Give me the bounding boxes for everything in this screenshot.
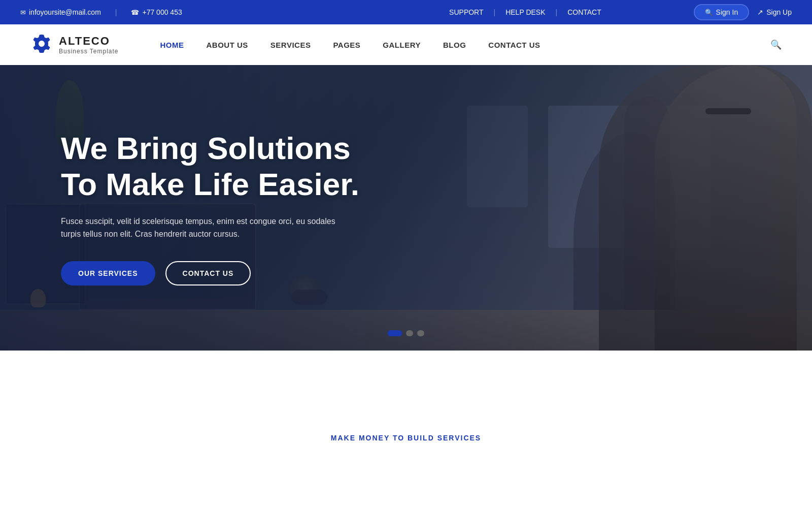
hero-buttons: OUR SERVICES CONTACT US (61, 261, 751, 285)
nav-contact-us[interactable]: CONTACT US (477, 41, 551, 49)
sign-in-button[interactable]: 🔍 Sign In (694, 4, 750, 20)
nav-services[interactable]: SERVICES (259, 41, 322, 49)
hero-slider-dots (388, 330, 424, 336)
signup-label: Sign Up (766, 8, 792, 16)
signup-icon: ↗ (757, 8, 763, 16)
topbar-nav-contact[interactable]: CONTACT (557, 8, 612, 16)
email-contact: ✉ infoyoursite@mail.com (20, 8, 101, 16)
logo-text: ALTECO Business Template (59, 35, 119, 55)
nav-gallery[interactable]: GALLERY (371, 41, 432, 49)
nav-about[interactable]: ABOUT US (195, 41, 259, 49)
top-bar: ✉ infoyoursite@mail.com | ☎ +77 000 453 … (0, 0, 812, 24)
slider-dot-3[interactable] (417, 330, 424, 336)
hero-description: Fusce suscipit, velit id scelerisque tem… (61, 215, 345, 241)
hero-title: We Bring Solutions To Make Life Easier. (61, 130, 376, 203)
nav-pages[interactable]: PAGES (322, 41, 371, 49)
sign-up-button[interactable]: ↗ Sign Up (757, 8, 792, 16)
topbar-nav-support[interactable]: SUPPORT (439, 8, 493, 16)
top-bar-center: SUPPORT | HELP DESK | CONTACT (357, 8, 693, 16)
top-bar-right: 🔍 Sign In ↗ Sign Up (694, 4, 792, 20)
tagline-text: MAKE MONEY TO BUILD SERVICES (331, 434, 481, 442)
top-bar-left: ✉ infoyoursite@mail.com | ☎ +77 000 453 (20, 8, 357, 16)
nav-home[interactable]: HOME (149, 41, 195, 49)
nav-links: HOME ABOUT US SERVICES PAGES GALLERY BLO… (149, 41, 771, 49)
below-hero-section: MAKE MONEY TO BUILD SERVICES (0, 351, 812, 452)
nav-blog[interactable]: BLOG (432, 41, 477, 49)
search-icon[interactable]: 🔍 (770, 39, 782, 50)
email-text: infoyoursite@mail.com (29, 8, 101, 16)
logo-name: ALTECO (59, 35, 119, 48)
logo-subtitle: Business Template (59, 48, 119, 55)
divider-1: | (115, 8, 117, 16)
phone-text: +77 000 453 (142, 8, 182, 16)
logo-gear-icon (30, 34, 53, 56)
main-nav: ALTECO Business Template HOME ABOUT US S… (0, 24, 812, 65)
topbar-nav-helpdesk[interactable]: HELP DESK (495, 8, 555, 16)
phone-contact: ☎ +77 000 453 (131, 8, 182, 16)
slider-dot-1[interactable] (388, 330, 402, 336)
phone-icon: ☎ (131, 9, 139, 16)
slider-dot-2[interactable] (406, 330, 413, 336)
hero-section: We Bring Solutions To Make Life Easier. … (0, 65, 812, 351)
hero-content: We Bring Solutions To Make Life Easier. … (0, 65, 812, 351)
contact-us-button[interactable]: CONTACT US (165, 261, 251, 285)
our-services-button[interactable]: OUR SERVICES (61, 261, 155, 285)
logo: ALTECO Business Template (30, 34, 119, 56)
signin-icon: 🔍 (705, 9, 713, 16)
signin-label: Sign In (716, 8, 738, 16)
mail-icon: ✉ (20, 9, 26, 16)
